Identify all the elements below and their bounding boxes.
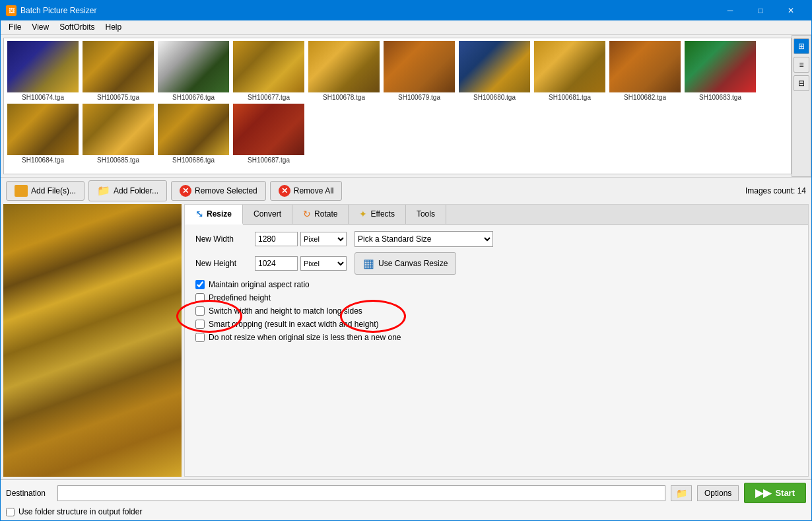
switch-dimensions-label: Switch width and height to match long si…: [209, 306, 362, 316]
list-item[interactable]: SH100684.tga: [7, 104, 79, 164]
tab-resize[interactable]: ⤡ Resize: [185, 205, 243, 225]
filename-label: SH100674.tga: [22, 94, 64, 101]
remove-selected-button[interactable]: ✕ Remove Selected: [171, 181, 266, 201]
remove-selected-label: Remove Selected: [195, 186, 257, 195]
tab-rotate[interactable]: ↻ Rotate: [292, 205, 349, 224]
list-item[interactable]: SH100683.tga: [684, 41, 757, 101]
list-item[interactable]: SH100679.tga: [383, 41, 456, 101]
no-resize-checkbox[interactable]: [195, 333, 205, 342]
options-panel: ⤡ Resize Convert ↻ Rotate ✦ Effects: [184, 204, 809, 477]
remove-selected-icon: ✕: [180, 185, 191, 197]
filename-label: SH100684.tga: [22, 156, 64, 164]
predefined-height-label: Predefined height: [209, 293, 271, 302]
close-button[interactable]: ✕: [776, 1, 806, 20]
filename-label: SH100682.tga: [624, 94, 666, 101]
tab-convert[interactable]: Convert: [243, 205, 292, 224]
add-folder-icon: 📁: [97, 184, 110, 197]
detail-view-button[interactable]: ⊟: [794, 75, 809, 91]
thumbnail-view-button[interactable]: ⊞: [794, 38, 809, 54]
menu-bar: File View SoftOrbits Help: [1, 20, 811, 35]
predefined-height-checkbox[interactable]: [195, 293, 205, 302]
maintain-aspect-checkbox[interactable]: [195, 280, 205, 289]
window-controls: ─ □ ✕: [715, 1, 806, 20]
list-item[interactable]: SH100682.tga: [609, 41, 681, 101]
tab-effects-label: Effects: [370, 209, 394, 219]
width-input[interactable]: [255, 232, 298, 246]
use-folder-structure-row: Use folder structure in output folder: [6, 507, 806, 516]
resize-icon: ⤡: [195, 209, 203, 219]
start-icon: ▶▶: [755, 487, 771, 499]
bottom-section: Destination 📁 Options ▶▶ Start Use folde…: [1, 479, 811, 520]
images-count: Images count: 14: [745, 186, 806, 195]
tab-resize-label: Resize: [207, 209, 232, 219]
use-folder-structure-checkbox[interactable]: [6, 508, 15, 516]
start-label: Start: [775, 488, 795, 498]
add-files-button[interactable]: Add File(s)...: [6, 181, 85, 201]
menu-file[interactable]: File: [3, 21, 26, 33]
menu-view[interactable]: View: [26, 21, 54, 33]
width-unit-select[interactable]: Pixel % cm inch: [300, 232, 347, 246]
list-view-button[interactable]: ≡: [794, 57, 809, 73]
height-unit-select[interactable]: Pixel % cm inch: [300, 256, 347, 271]
list-item[interactable]: SH100678.tga: [308, 41, 380, 101]
tab-tools-label: Tools: [417, 209, 435, 219]
tab-rotate-label: Rotate: [314, 209, 337, 219]
app-window: 🖼 Batch Picture Resizer ─ □ ✕ File View …: [0, 0, 812, 521]
tab-convert-label: Convert: [254, 209, 281, 219]
list-item[interactable]: SH100674.tga: [7, 41, 79, 101]
effects-icon: ✦: [359, 209, 367, 219]
standard-size-select[interactable]: Pick a Standard Size 640 × 480 800 × 600…: [355, 231, 493, 247]
checkbox-predefined-height: Predefined height: [195, 293, 797, 302]
list-item[interactable]: SH100681.tga: [533, 41, 606, 101]
start-button[interactable]: ▶▶ Start: [744, 483, 806, 503]
list-item[interactable]: SH100686.tga: [157, 104, 230, 164]
filename-label: SH100683.tga: [699, 94, 741, 101]
image-gallery: SH100674.tga SH100675.tga SH100676.tga S…: [3, 38, 792, 174]
remove-all-icon: ✕: [279, 185, 290, 197]
list-item[interactable]: SH100676.tga: [157, 41, 230, 101]
preview-image: [3, 204, 182, 477]
browse-folder-button[interactable]: 📁: [671, 485, 692, 501]
resize-tab-content: New Width Pixel % cm inch Pick a Standar…: [185, 225, 808, 476]
smart-crop-label: Smart cropping (result in exact width an…: [209, 320, 378, 329]
filename-label: SH100676.tga: [172, 94, 215, 101]
main-toolbar: Add File(s)... 📁 Add Folder... ✕ Remove …: [1, 177, 811, 204]
width-label: New Width: [195, 234, 255, 244]
tab-tools[interactable]: Tools: [406, 205, 446, 224]
filename-label: SH100687.tga: [248, 156, 290, 164]
canvas-resize-label: Use Canvas Resize: [378, 259, 448, 268]
view-sidebar: ⊞ ≡ ⊟: [792, 35, 811, 177]
list-item[interactable]: SH100685.tga: [82, 104, 154, 164]
add-folder-label: Add Folder...: [114, 186, 158, 195]
switch-dimensions-checkbox[interactable]: [195, 306, 205, 316]
maximize-button[interactable]: □: [745, 1, 776, 20]
list-item[interactable]: SH100677.tga: [232, 41, 305, 101]
filename-label: SH100685.tga: [97, 156, 139, 164]
filename-label: SH100680.tga: [473, 94, 516, 101]
destination-bar: Destination 📁 Options ▶▶ Start: [1, 480, 811, 506]
tab-effects[interactable]: ✦ Effects: [349, 205, 405, 224]
destination-input[interactable]: [57, 485, 665, 501]
list-item[interactable]: SH100680.tga: [458, 41, 531, 101]
menu-help[interactable]: Help: [100, 21, 127, 33]
title-bar: 🖼 Batch Picture Resizer ─ □ ✕: [1, 1, 811, 20]
options-button[interactable]: Options: [697, 485, 739, 501]
list-item[interactable]: SH100687.tga: [232, 104, 305, 164]
add-files-icon: [15, 185, 28, 197]
tab-bar: ⤡ Resize Convert ↻ Rotate ✦ Effects: [185, 205, 808, 225]
add-files-label: Add File(s)...: [31, 186, 76, 195]
list-item[interactable]: SH100675.tga: [82, 41, 154, 101]
checkbox-maintain-aspect: Maintain original aspect ratio: [195, 280, 797, 289]
add-folder-button[interactable]: 📁 Add Folder...: [88, 180, 167, 201]
menu-softorbits[interactable]: SoftOrbits: [54, 21, 100, 33]
canvas-resize-button[interactable]: ▦ Use Canvas Resize: [355, 252, 456, 275]
remove-all-label: Remove All: [294, 186, 334, 195]
remove-all-button[interactable]: ✕ Remove All: [270, 181, 343, 201]
smart-crop-checkbox[interactable]: [195, 320, 205, 329]
minimize-button[interactable]: ─: [715, 1, 745, 20]
checkbox-smart-crop: Smart cropping (result in exact width an…: [195, 320, 797, 329]
height-input[interactable]: [255, 256, 298, 271]
filename-label: SH100679.tga: [398, 94, 440, 101]
no-resize-label: Do not resize when original size is less…: [209, 333, 401, 342]
maintain-aspect-label: Maintain original aspect ratio: [209, 280, 310, 289]
